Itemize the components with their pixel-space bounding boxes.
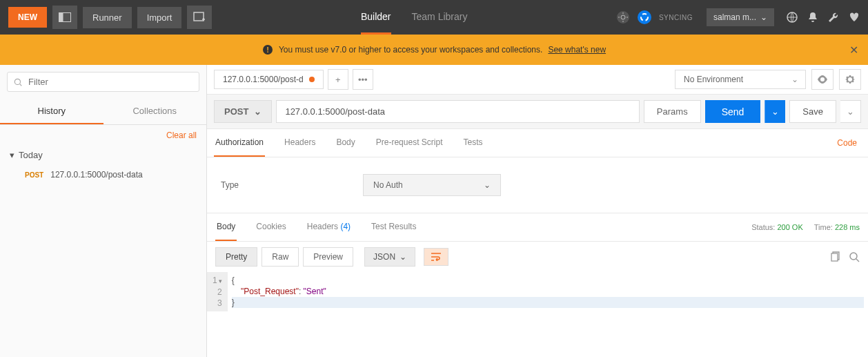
eye-icon (817, 75, 828, 84)
request-tab[interactable]: 127.0.0.1:5000/post-d (214, 70, 324, 89)
svg-point-7 (638, 10, 651, 24)
svg-text:!: ! (266, 46, 269, 54)
new-window-button[interactable] (187, 6, 212, 29)
window-plus-icon (193, 12, 206, 23)
method-label: POST (224, 106, 248, 117)
copy-icon[interactable] (829, 251, 840, 262)
save-button[interactable]: Save (789, 100, 836, 123)
auth-type-value: No Auth (373, 180, 403, 190)
auth-panel: Type No Auth ⌄ (207, 157, 868, 213)
sync-area: SYNCING (616, 10, 693, 25)
filter-input[interactable] (7, 72, 199, 92)
heart-icon[interactable] (849, 12, 860, 23)
auth-type-select[interactable]: No Auth ⌄ (363, 174, 501, 196)
status-label: Status: (751, 223, 775, 231)
add-tab-button[interactable]: + (328, 69, 348, 90)
unsaved-dot-icon (309, 77, 315, 82)
capture-icon[interactable] (616, 10, 630, 24)
resp-tab-headers[interactable]: Headers (4) (306, 213, 352, 241)
user-label: salman m... (713, 12, 756, 22)
request-tab-label: 127.0.0.1:5000/post-d (223, 75, 304, 84)
resp-headers-count: (4) (340, 222, 351, 231)
request-subtabs: Authorization Headers Body Pre-request S… (207, 129, 868, 157)
env-preview-button[interactable] (811, 69, 834, 90)
svg-line-14 (856, 259, 859, 262)
environment-select[interactable]: No Environment (675, 70, 806, 89)
time-value: 228 ms (835, 223, 860, 231)
send-button[interactable]: Send (705, 100, 761, 123)
caret-down-icon: ▾ (10, 150, 14, 160)
format-select[interactable]: JSON ⌄ (364, 247, 415, 267)
response-status: Status: 200 OK Time: 228 ms (751, 223, 860, 231)
request-tabs-row: 127.0.0.1:5000/post-d + ••• No Environme… (207, 65, 868, 94)
layout-toggle-button[interactable] (52, 6, 77, 29)
subtab-authorization[interactable]: Authorization (214, 129, 265, 157)
code-link[interactable]: Code (837, 138, 861, 148)
tab-options-button[interactable]: ••• (353, 69, 373, 90)
subtab-headers[interactable]: Headers (283, 129, 317, 157)
clear-all-link[interactable]: Clear all (0, 125, 206, 146)
view-pretty-button[interactable]: Pretty (215, 247, 257, 267)
runner-button[interactable]: Runner (83, 7, 132, 28)
notice-text: You must use v7.0 or higher to access yo… (279, 45, 542, 55)
wrench-icon[interactable] (828, 12, 839, 23)
subtab-tests[interactable]: Tests (462, 129, 484, 157)
code-line-3: } (232, 297, 864, 308)
bell-icon[interactable] (807, 12, 818, 23)
sidebar-tab-collections[interactable]: Collections (103, 99, 207, 124)
svg-rect-1 (59, 13, 63, 22)
response-tabs: Body Cookies Headers (4) Test Results St… (207, 213, 868, 242)
svg-rect-12 (831, 253, 838, 261)
url-input[interactable] (276, 100, 639, 123)
view-raw-button[interactable]: Raw (262, 247, 299, 267)
sidebar: History Collections Clear all ▾ Today PO… (0, 65, 207, 357)
code-line-1: { (232, 275, 864, 286)
info-icon: ! (262, 44, 273, 55)
sidebar-tab-history[interactable]: History (0, 99, 103, 124)
method-select[interactable]: POST ⌄ (214, 100, 272, 123)
request-row: POST ⌄ Params Send ⌄ Save ⌄ (207, 94, 868, 129)
status-value: 200 OK (777, 223, 802, 231)
history-group-today[interactable]: ▾ Today (0, 146, 206, 164)
gear-icon (845, 74, 856, 85)
history-group-label: Today (19, 150, 43, 160)
code-lines: { "Post_Request": "Sent" } (228, 272, 868, 311)
tab-team-library[interactable]: Team Library (412, 0, 468, 35)
resp-tab-cookies[interactable]: Cookies (255, 213, 287, 241)
subtab-prerequest[interactable]: Pre-request Script (375, 129, 444, 157)
chevron-down-icon: ⌄ (400, 252, 406, 262)
method-badge: POST (25, 171, 43, 179)
sync-label: SYNCING (659, 14, 693, 21)
params-button[interactable]: Params (644, 100, 701, 123)
subtab-body[interactable]: Body (335, 129, 356, 157)
response-body[interactable]: 1▾ 2 3 { "Post_Request": "Sent" } (207, 272, 868, 311)
new-button[interactable]: NEW (8, 7, 47, 28)
history-item-url: 127.0.0.1:5000/post-data (50, 170, 142, 180)
upgrade-notice: ! You must use v7.0 or higher to access … (0, 35, 868, 65)
user-dropdown[interactable]: salman m... ⌄ (707, 8, 774, 26)
top-icons (787, 12, 860, 23)
send-dropdown[interactable]: ⌄ (765, 100, 785, 123)
history-item[interactable]: POST 127.0.0.1:5000/post-data (0, 164, 206, 185)
search-icon[interactable] (849, 251, 860, 262)
resp-tab-body[interactable]: Body (215, 213, 237, 241)
view-preview-button[interactable]: Preview (303, 247, 353, 267)
chevron-down-icon: ⌄ (254, 106, 262, 117)
import-button[interactable]: Import (137, 7, 182, 28)
tab-builder[interactable]: Builder (361, 0, 391, 35)
resp-headers-label: Headers (307, 222, 338, 231)
response-toolbar: Pretty Raw Preview JSON ⌄ (207, 242, 868, 272)
close-icon[interactable]: ✕ (849, 44, 858, 57)
environment-label: No Environment (684, 75, 743, 84)
wrap-lines-button[interactable] (424, 248, 448, 266)
content: 127.0.0.1:5000/post-d + ••• No Environme… (207, 65, 868, 357)
layout-icon (59, 12, 71, 22)
notice-link[interactable]: See what's new (548, 45, 606, 55)
globe-icon[interactable] (787, 12, 798, 23)
resp-tab-tests[interactable]: Test Results (370, 213, 417, 241)
svg-point-13 (850, 253, 857, 260)
env-settings-button[interactable] (839, 69, 861, 90)
sync-icon[interactable] (637, 10, 652, 25)
save-dropdown[interactable]: ⌄ (840, 100, 861, 123)
top-bar: NEW Runner Import Builder Team Library S… (0, 0, 868, 35)
